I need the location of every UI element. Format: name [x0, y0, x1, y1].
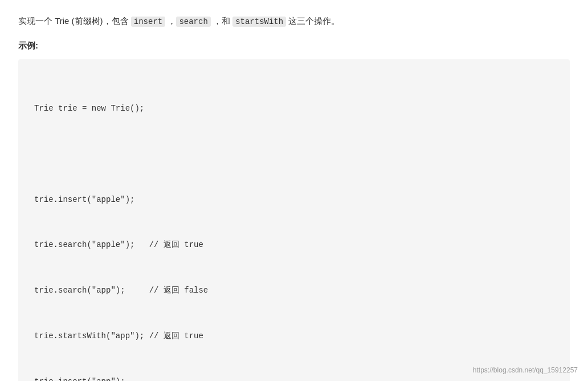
code-line-7: trie.insert("app"); [34, 374, 554, 381]
code-empty-line [34, 147, 554, 162]
code-block: Trie trie = new Trie(); trie.insert("app… [18, 59, 570, 381]
desc-text-after: 这三个操作。 [286, 16, 340, 26]
code-line-6: trie.startsWith("app"); // 返回 true [34, 329, 554, 344]
desc-startswith-code: startsWith [232, 17, 286, 27]
desc-search-code: search [176, 17, 210, 27]
code-line-1: Trie trie = new Trie(); [34, 101, 554, 116]
desc-text-between-1: ， [165, 16, 176, 26]
description-paragraph: 实现一个 Trie (前缀树)，包含 insert ，search ，和 sta… [18, 14, 570, 29]
desc-insert-code: insert [131, 17, 165, 27]
desc-text-before-insert: 实现一个 Trie (前缀树)，包含 [18, 16, 131, 26]
desc-text-between-2: ，和 [211, 16, 232, 26]
example-section-title: 示例: [18, 40, 570, 51]
code-line-4: trie.search("apple"); // 返回 true [34, 237, 554, 253]
watermark: https://blog.csdn.net/qq_15912257 [473, 366, 578, 374]
code-line-5: trie.search("app"); // 返回 false [34, 283, 554, 298]
code-line-3: trie.insert("apple"); [34, 192, 554, 208]
